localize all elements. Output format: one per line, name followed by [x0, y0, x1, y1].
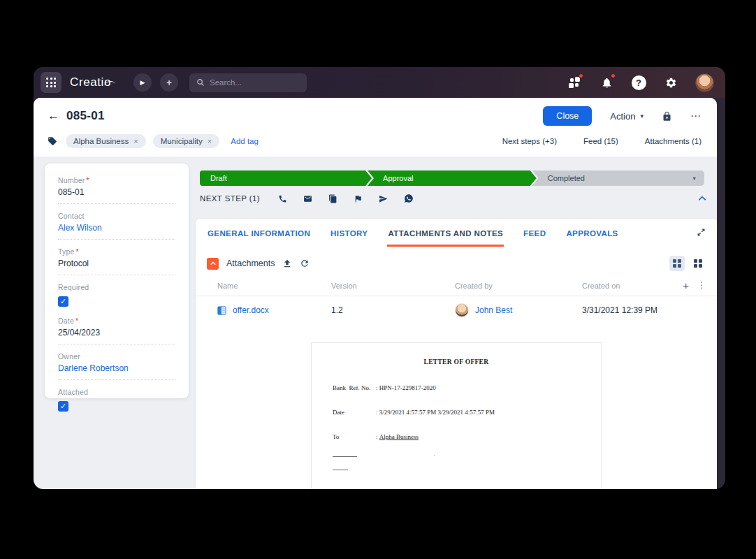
flag-icon[interactable] [354, 194, 363, 203]
action-dropdown[interactable]: Action ▾ [610, 111, 644, 122]
field-type: Type* Protocol [58, 247, 175, 275]
stage-approval[interactable]: Approval [368, 170, 537, 186]
tab-approvals[interactable]: APPROVALS [565, 219, 618, 247]
run-process-button[interactable]: ▶ [133, 73, 152, 92]
remove-tag-icon[interactable]: × [208, 137, 212, 145]
send-plane-icon[interactable] [379, 194, 388, 203]
attachments-table-header: Name Version Created by Created on + ⋮ [196, 275, 717, 296]
next-steps-link[interactable]: Next steps (+3) [502, 137, 557, 145]
blank-dot: . [434, 450, 435, 457]
column-created-on[interactable]: Created on [582, 282, 676, 290]
tabs-bar: GENERAL INFORMATION HISTORY ATTACHMENTS … [196, 219, 717, 247]
user-avatar[interactable] [695, 73, 714, 92]
attachment-file-link[interactable]: offer.docx [233, 305, 269, 315]
attachment-row[interactable]: offer.docx 1.2 John Best 3/31/2021 12:39… [196, 296, 717, 324]
tabs-panel: GENERAL INFORMATION HISTORY ATTACHMENTS … [196, 219, 717, 489]
tag-pill[interactable]: Alpha Business× [66, 134, 146, 148]
document-preview[interactable]: LETTER OF OFFER Bank Ref. No. : HPN-17-2… [311, 342, 602, 489]
more-options-icon[interactable]: ⋯ [690, 110, 702, 122]
doc-date-label: Date [333, 409, 376, 416]
tab-history[interactable]: HISTORY [330, 219, 368, 247]
doc-bank-label: Bank Ref. No. [333, 384, 376, 391]
whatsapp-icon[interactable] [404, 194, 414, 203]
collapse-panel-chevron-up-icon[interactable] [697, 194, 707, 203]
add-record-button[interactable]: + [160, 73, 178, 92]
column-created-by[interactable]: Created by [455, 282, 582, 290]
collapse-attachments-icon[interactable] [207, 258, 219, 270]
tab-attachments-and-notes[interactable]: ATTACHMENTS AND NOTES [387, 219, 504, 247]
global-search[interactable] [189, 73, 307, 92]
next-step-label: NEXT STEP (1) [200, 194, 260, 203]
tab-feed[interactable]: FEED [523, 219, 546, 247]
column-version[interactable]: Version [331, 282, 455, 290]
help-icon[interactable]: ? [631, 75, 646, 90]
stage-caret-icon[interactable]: ▾ [693, 175, 696, 182]
column-menu-icon[interactable]: ⋮ [697, 280, 706, 291]
window-right-edge [720, 98, 725, 489]
stage-progress-bar: Draft Approval Completed ▾ [200, 170, 708, 186]
attachments-toolbar: Attachments [196, 247, 717, 275]
doc-to-label: To [333, 433, 376, 440]
add-column-icon[interactable]: + [683, 280, 689, 291]
required-mark: * [76, 247, 79, 256]
chevron-down-icon: ▾ [640, 112, 644, 119]
tab-general-information[interactable]: GENERAL INFORMATION [207, 219, 311, 247]
type-value[interactable]: Protocol [58, 259, 175, 275]
field-date: Date* 25/04/2023 [58, 317, 175, 344]
field-contact: Contact Alex Wilson [58, 212, 175, 240]
copy-task-icon[interactable] [328, 194, 337, 203]
notifications-bell-icon[interactable] [599, 75, 614, 90]
settings-gear-icon[interactable] [663, 75, 678, 90]
close-button[interactable]: Close [543, 106, 592, 126]
refresh-icon[interactable] [300, 259, 310, 268]
stage-draft[interactable]: Draft [200, 170, 372, 186]
attachments-section-title: Attachments [226, 259, 275, 268]
attached-checkbox[interactable]: ✓ [58, 401, 68, 412]
processes-badge [579, 73, 583, 78]
field-attached: Attached ✓ [58, 388, 175, 412]
required-checkbox[interactable]: ✓ [58, 296, 68, 307]
creator-link[interactable]: John Best [475, 305, 512, 315]
upload-icon[interactable] [282, 259, 292, 268]
add-tag-link[interactable]: Add tag [231, 137, 259, 145]
next-step-bar: NEXT STEP (1) [200, 194, 707, 203]
date-value[interactable]: 25/04/2023 [58, 328, 175, 344]
tag-pill[interactable]: Municipality× [153, 134, 220, 148]
back-button[interactable]: ← [48, 109, 59, 123]
call-icon[interactable] [278, 194, 287, 203]
field-required: Required ✓ [58, 283, 175, 307]
app-launcher-icon[interactable] [41, 72, 61, 93]
attachment-created-on: 3/31/2021 12:39 PM [582, 305, 676, 315]
email-icon[interactable] [303, 194, 312, 203]
tag-icon [48, 136, 57, 146]
column-name[interactable]: Name [207, 282, 331, 290]
doc-bank-value: : HPN-17-229817-2020 [376, 384, 436, 391]
processes-icon[interactable] [567, 75, 582, 90]
word-file-icon [217, 305, 227, 316]
blank-line [333, 451, 357, 457]
top-navbar: Creatio ▶ + ? [34, 67, 725, 98]
doc-to-value: Alpha Business [379, 433, 419, 440]
list-view-toggle-icon[interactable] [669, 256, 685, 271]
required-mark: * [75, 317, 78, 325]
remove-tag-icon[interactable]: × [133, 137, 138, 145]
attachment-version: 1.2 [331, 305, 455, 315]
feed-link[interactable]: Feed (15) [583, 137, 618, 145]
stage-completed[interactable]: Completed ▾ [532, 170, 704, 186]
field-number: Number* 085-01 [58, 176, 175, 204]
doc-date-value: : 3/29/2021 4:57:57 PM 3/29/2021 4:57:57… [376, 409, 495, 416]
page-title: 085-01 [66, 109, 105, 123]
tile-view-toggle-icon[interactable] [690, 256, 706, 271]
record-form-card: Number* 085-01 Contact Alex Wilson Type*… [45, 164, 189, 398]
notifications-badge [611, 73, 616, 78]
blank-line [333, 465, 348, 470]
owner-value-link[interactable]: Darlene Robertson [58, 363, 175, 380]
required-mark: * [87, 176, 89, 184]
attachments-link[interactable]: Attachments (1) [645, 137, 702, 145]
lock-icon[interactable] [662, 111, 672, 122]
expand-fullscreen-icon[interactable] [697, 227, 706, 247]
number-value[interactable]: 085-01 [58, 187, 175, 204]
app-window: Creatio ▶ + ? [34, 67, 725, 489]
search-input[interactable] [210, 78, 300, 87]
contact-value-link[interactable]: Alex Wilson [58, 223, 175, 240]
